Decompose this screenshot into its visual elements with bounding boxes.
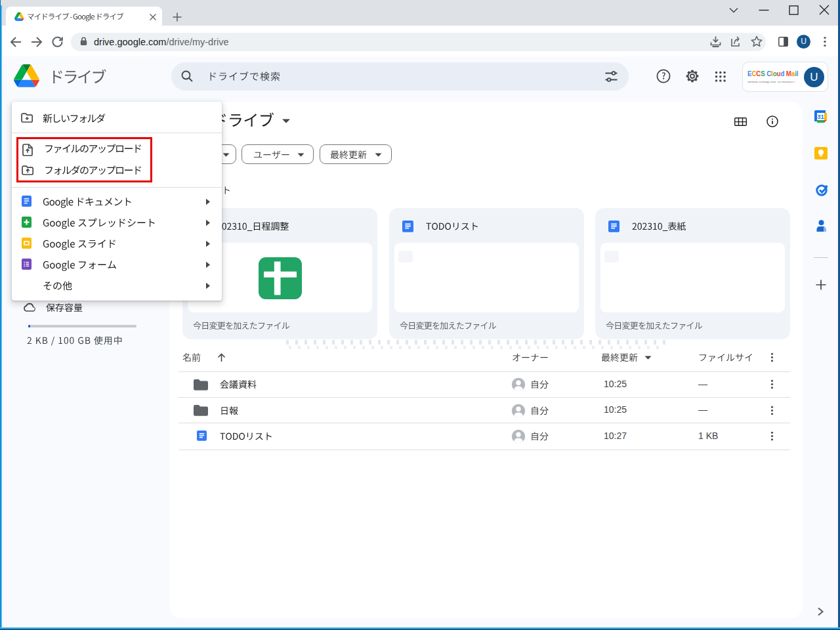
svg-text:31: 31 (817, 113, 824, 120)
